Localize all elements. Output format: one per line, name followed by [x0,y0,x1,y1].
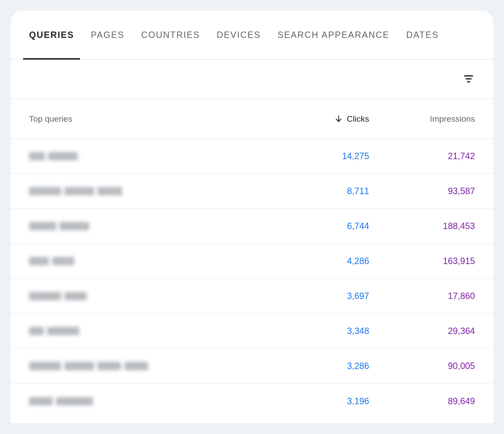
table-row[interactable]: 3,34829,364 [11,314,493,349]
cell-query [29,397,263,405]
filter-button[interactable] [461,71,476,87]
cell-clicks: 14,275 [263,151,369,161]
cell-impressions: 89,649 [369,396,475,406]
table-row[interactable]: 3,28690,005 [11,349,493,384]
column-header-query[interactable]: Top queries [29,114,263,124]
redacted-query-text [29,292,87,300]
table-row[interactable]: 4,286163,915 [11,244,493,279]
cell-query [29,327,263,335]
cell-query [29,257,263,265]
tab-queries[interactable]: QUERIES [29,11,74,59]
column-header-clicks[interactable]: Clicks [263,114,369,124]
table-row[interactable]: 6,744188,453 [11,209,493,244]
redacted-query-text [29,397,93,405]
svg-rect-0 [464,75,473,77]
cell-impressions: 29,364 [369,326,475,336]
tab-search-appearance[interactable]: SEARCH APPEARANCE [278,11,390,59]
cell-clicks: 6,744 [263,221,369,231]
svg-rect-2 [467,81,470,83]
tab-pages[interactable]: PAGES [91,11,124,59]
svg-rect-1 [466,78,472,80]
cell-impressions: 90,005 [369,361,475,371]
cell-query [29,292,263,300]
cell-clicks: 3,286 [263,361,369,371]
tab-label: QUERIES [29,30,74,40]
redacted-query-text [29,327,79,335]
table-header-row: Top queries Clicks Impressions [11,99,493,139]
cell-query [29,187,263,195]
arrow-down-icon [334,115,343,123]
column-header-label: Impressions [430,114,475,123]
table-row[interactable]: 3,69717,860 [11,279,493,314]
filter-bar [11,60,493,99]
tab-label: DATES [406,30,439,40]
cell-clicks: 4,286 [263,256,369,266]
redacted-query-text [29,222,89,230]
table-body: 14,27521,7428,71193,5876,744188,4534,286… [11,139,493,419]
cell-impressions: 93,587 [369,186,475,196]
cell-impressions: 21,742 [369,151,475,161]
cell-impressions: 17,860 [369,291,475,301]
redacted-query-text [29,362,148,370]
redacted-query-text [29,152,78,160]
cell-clicks: 3,348 [263,326,369,336]
column-header-label: Top queries [29,114,72,123]
cell-query [29,152,263,160]
cell-clicks: 3,196 [263,396,369,406]
tab-devices[interactable]: DEVICES [217,11,261,59]
tab-label: SEARCH APPEARANCE [278,30,390,40]
filter-icon [463,73,474,85]
table-row[interactable]: 14,27521,742 [11,139,493,174]
cell-impressions: 163,915 [369,256,475,266]
cell-impressions: 188,453 [369,221,475,231]
table-row[interactable]: 8,71193,587 [11,174,493,209]
tab-label: DEVICES [217,30,261,40]
cell-query [29,362,263,370]
cell-clicks: 3,697 [263,291,369,301]
cell-query [29,222,263,230]
cell-clicks: 8,711 [263,186,369,196]
dimension-tabs: QUERIES PAGES COUNTRIES DEVICES SEARCH A… [11,11,493,60]
tab-dates[interactable]: DATES [406,11,439,59]
column-header-impressions[interactable]: Impressions [369,114,475,124]
tab-label: PAGES [91,30,124,40]
table-row[interactable]: 3,19689,649 [11,384,493,419]
column-header-label: Clicks [347,114,369,124]
tab-countries[interactable]: COUNTRIES [141,11,200,59]
report-card: QUERIES PAGES COUNTRIES DEVICES SEARCH A… [11,11,493,423]
tab-label: COUNTRIES [141,30,200,40]
redacted-query-text [29,187,122,195]
redacted-query-text [29,257,74,265]
